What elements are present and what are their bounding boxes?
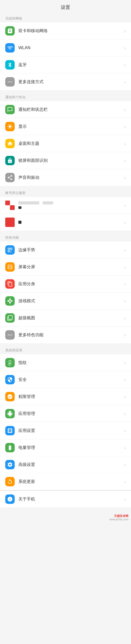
settings-item-split-screen[interactable]: 屏幕分屏 [0,259,131,276]
about-chevron [124,496,126,502]
more-connect-icon [5,77,15,87]
svg-point-2 [11,81,12,82]
desktop-icon [5,139,15,148]
display-chevron [124,124,126,130]
display-icon [5,122,15,131]
app-settings-chevron [124,428,126,434]
account2-logo [5,218,15,227]
edge-gesture-label: 边缘手势 [18,247,124,253]
settings-item-notification-bar[interactable]: 通知栏和状态栏 [0,101,131,118]
svg-point-0 [8,81,9,82]
more-features-icon [5,330,15,340]
app-settings-label: 应用设置 [18,428,124,434]
more-features-label: 更多特色功能 [18,332,124,338]
advanced-label: 高级设置 [18,462,124,468]
settings-item-sim[interactable]: 双卡和移动网络 [0,22,131,39]
settings-item-battery[interactable]: 电量管理 [0,439,131,456]
bluetooth-chevron [124,62,126,68]
settings-item-account1[interactable] [0,197,131,214]
settings-item-more-features[interactable]: 更多特色功能 [0,327,131,343]
display-label: 显示 [18,124,124,129]
sim-chevron [124,28,126,34]
settings-item-app-settings[interactable]: 应用设置 [0,422,131,439]
bluetooth-icon [5,60,15,70]
app-clone-label: 应用分身 [18,281,124,287]
screenshot-chevron [124,315,126,321]
game-mode-chevron [124,298,126,304]
app-settings-icon [5,426,15,435]
about-label: 关于手机 [18,497,124,502]
split-screen-chevron [124,264,126,270]
account1-logo [5,201,15,210]
security-chevron [124,377,126,383]
more-connect-chevron [124,79,126,85]
battery-label: 电量管理 [18,445,124,451]
settings-item-account2[interactable] [0,214,131,231]
wlan-icon [5,43,15,53]
lockscreen-icon [5,156,15,165]
lockscreen-label: 锁屏和面部识别 [18,158,124,163]
settings-group-notification: 通知栏和状态栏 显示 桌面和主题 锁屏和面部识别 [0,101,131,186]
permission-label: 权限管理 [18,394,124,400]
settings-item-wlan[interactable]: WLAN [0,39,131,56]
edge-gesture-chevron [124,247,126,253]
settings-item-permission[interactable]: 权限管理 [0,388,131,405]
settings-item-advanced[interactable]: 高级设置 [0,456,131,473]
section-features: 特色功能 边缘手势 屏幕分屏 应用分身 游 [0,233,131,343]
sound-icon [5,173,15,182]
settings-item-sound[interactable]: 声音和振动 [0,169,131,186]
split-screen-icon [5,262,15,272]
settings-item-security[interactable]: 安全 [0,371,131,388]
account2-chevron [124,219,126,225]
section-header-account: 账号和云服务 [0,188,131,197]
section-notification: 通知和个性化 通知栏和状态栏 显示 桌面和主题 [0,92,131,186]
more-features-chevron [124,332,126,338]
settings-item-edge-gesture[interactable]: 边缘手势 [0,242,131,259]
section-account: 账号和云服务 [0,188,131,231]
wlan-label: WLAN [18,45,124,50]
app-manage-label: 应用管理 [18,411,124,417]
settings-item-desktop[interactable]: 桌面和主题 [0,135,131,152]
account1-chevron [124,202,126,208]
app-clone-chevron [124,281,126,287]
battery-chevron [124,445,126,451]
svg-point-1 [9,81,10,82]
notification-bar-chevron [124,107,126,113]
notification-bar-label: 通知栏和状态栏 [18,107,124,112]
permission-icon [5,392,15,401]
settings-item-lockscreen[interactable]: 锁屏和面部识别 [0,152,131,169]
section-header-wireless: 无线和网络 [0,14,131,22]
security-icon [5,375,15,384]
desktop-label: 桌面和主题 [18,141,124,146]
settings-group-system: 指纹 安全 权限管理 应用管理 [0,354,131,508]
settings-item-app-manage[interactable]: 应用管理 [0,405,131,422]
advanced-icon [5,460,15,469]
sim-label: 双卡和移动网络 [18,28,124,34]
section-header-system: 系统和应用 [0,345,131,354]
svg-rect-7 [5,218,15,227]
svg-rect-3 [5,201,10,205]
settings-item-fingerprint[interactable]: 指纹 [0,354,131,371]
account1-text [18,201,124,210]
settings-item-app-clone[interactable]: 应用分身 [0,276,131,293]
settings-item-bluetooth[interactable]: 蓝牙 [0,56,131,73]
settings-item-more-connect[interactable]: 更多连接方式 [0,73,131,90]
page-title: 设置 [0,0,131,14]
split-screen-label: 屏幕分屏 [18,264,124,270]
desktop-chevron [124,141,126,147]
settings-item-update[interactable]: 系统更新 [0,473,131,490]
settings-item-about[interactable]: 关于手机 [0,490,131,508]
app-clone-icon [5,279,15,289]
sound-label: 声音和振动 [18,175,124,180]
fingerprint-chevron [124,360,126,366]
svg-point-9 [9,334,10,335]
screenshot-icon [5,313,15,323]
lockscreen-chevron [124,158,126,164]
settings-item-display[interactable]: 显示 [0,118,131,135]
more-connect-label: 更多连接方式 [18,79,124,85]
game-mode-icon [5,296,15,306]
settings-item-game-mode[interactable]: 游戏模式 [0,293,131,310]
svg-rect-5 [10,201,15,205]
settings-item-screenshot[interactable]: 超级截图 [0,310,131,327]
bluetooth-label: 蓝牙 [18,62,124,68]
